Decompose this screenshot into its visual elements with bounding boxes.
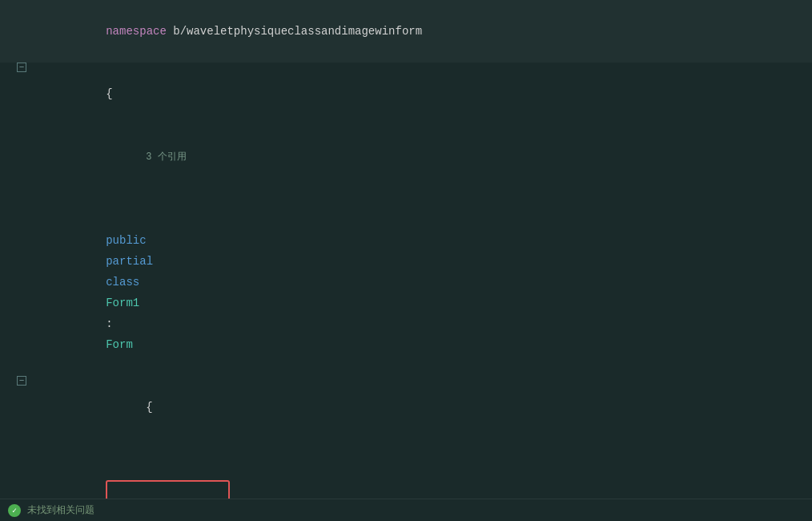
line-5: − { bbox=[0, 376, 812, 438]
kw-partial: partial bbox=[106, 255, 159, 268]
kw-class: class bbox=[106, 276, 146, 289]
keyword-namespace: namespace bbox=[106, 25, 173, 38]
gutter-5: − bbox=[0, 376, 36, 386]
collapse-class[interactable]: − bbox=[17, 376, 26, 386]
namespace-name: b/waveletphysiqueclassandimagewinform bbox=[173, 25, 422, 38]
class-name: Form1 bbox=[106, 297, 146, 309]
brace-open-1: { bbox=[106, 87, 112, 100]
status-bar: ✓ 未找到相关问题 bbox=[0, 499, 812, 521]
code-line-1: namespace b/waveletphysiqueclassandimage… bbox=[49, 0, 812, 63]
kw-public-1: public bbox=[106, 234, 153, 247]
code-line-3: 3 个引用 bbox=[49, 125, 812, 188]
ref-3: 3 个引用 bbox=[146, 151, 186, 163]
code-line-5: { bbox=[49, 376, 812, 438]
editor-container: namespace b/waveletphysiqueclassandimage… bbox=[0, 0, 812, 521]
check-symbol: ✓ bbox=[12, 506, 17, 515]
gutter-2: − bbox=[0, 63, 36, 72]
code-line-4: public partial class Form1 : Form bbox=[49, 188, 812, 376]
line-4: public partial class Form1 : Form bbox=[0, 188, 812, 376]
status-ok-icon: ✓ bbox=[8, 504, 21, 517]
code-area: namespace b/waveletphysiqueclassandimage… bbox=[0, 0, 812, 521]
line-1: namespace b/waveletphysiqueclassandimage… bbox=[0, 0, 812, 63]
collapse-namespace[interactable]: − bbox=[17, 63, 26, 72]
status-message: 未找到相关问题 bbox=[27, 503, 94, 517]
line-2: − { bbox=[0, 63, 812, 125]
brace-class-open: { bbox=[146, 401, 152, 414]
colon: : bbox=[106, 317, 119, 330]
code-line-2: { bbox=[49, 63, 812, 125]
line-3: 3 个引用 bbox=[0, 125, 812, 188]
base-class: Form bbox=[106, 338, 133, 351]
